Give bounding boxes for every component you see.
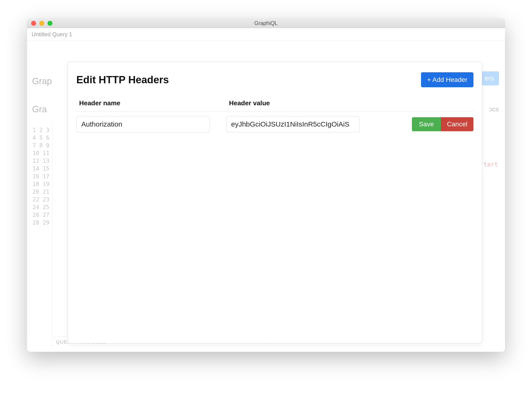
headers-button-fragment[interactable]: ers	[480, 71, 499, 85]
modal-title: Edit HTTP Headers	[76, 74, 169, 86]
cancel-button[interactable]: Cancel	[441, 117, 473, 131]
logo-text-fragment: Grap	[32, 76, 52, 86]
editor-gutter: 1 2 3 4 5 6 7 8 9 10 11 12 13 14 15 16 1…	[31, 126, 54, 335]
tab-active[interactable]: Untitled Query 1	[32, 31, 72, 38]
save-button[interactable]: Save	[412, 117, 441, 131]
header-name-input[interactable]	[76, 116, 210, 133]
app-window: GraphiQL Untitled Query 1 Grap Gra ers ɔ…	[27, 19, 505, 352]
docs-button-fragment[interactable]: ɔcs	[489, 105, 499, 113]
edit-http-headers-modal: Edit HTTP Headers + Add Header Header na…	[68, 62, 482, 344]
titlebar: GraphiQL	[27, 19, 505, 28]
tab-bar: Untitled Query 1	[27, 28, 505, 41]
col-header-name: Header name	[79, 99, 229, 107]
table-row: Save Cancel	[76, 111, 473, 133]
col-header-value: Header value	[229, 99, 399, 107]
endpoint-label-fragment: Gra	[32, 104, 47, 114]
row-actions: Save Cancel	[412, 117, 473, 131]
header-value-input[interactable]	[226, 116, 360, 133]
window-title: GraphiQL	[27, 20, 505, 26]
add-header-button[interactable]: + Add Header	[421, 72, 473, 87]
editor-code-fragment: tart	[483, 161, 498, 168]
headers-table: Header name Header value Save Cancel	[76, 98, 473, 133]
